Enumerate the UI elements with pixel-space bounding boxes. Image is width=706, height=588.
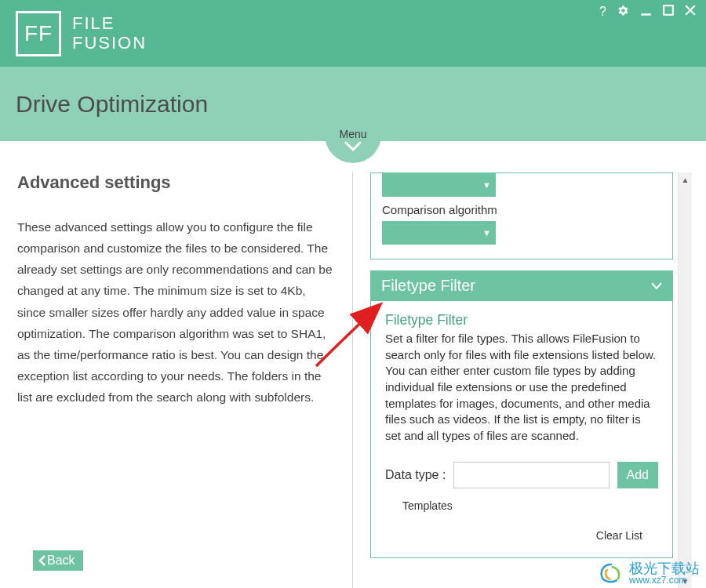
app-logo-text: FILE FUSION bbox=[72, 14, 147, 52]
filetype-filter-header-label: Filetype Filter bbox=[381, 277, 475, 295]
chevron-down-icon bbox=[344, 140, 362, 153]
watermark-text: 极光下载站 www.xz7.com bbox=[629, 561, 700, 585]
datatype-label: Data type : bbox=[385, 468, 446, 482]
back-button[interactable]: Back bbox=[33, 550, 83, 571]
filetype-filter-title: Filetype Filter bbox=[385, 312, 658, 328]
scroll-up-icon[interactable]: ▲ bbox=[679, 172, 692, 187]
advanced-settings-title: Advanced settings bbox=[17, 172, 335, 193]
window-controls: ? bbox=[597, 5, 698, 20]
comparison-dropdown-1[interactable]: ▼ bbox=[382, 173, 496, 197]
chevron-down-icon: ▼ bbox=[482, 180, 491, 190]
filetype-filter-body: Filetype Filter Set a filter for file ty… bbox=[370, 301, 673, 558]
minimize-icon[interactable] bbox=[638, 5, 654, 20]
comparison-dropdown-2[interactable]: ▼ bbox=[382, 221, 496, 245]
left-panel: Advanced settings These advanced setting… bbox=[0, 172, 353, 588]
comparison-algorithm-label: Comparison algorithm bbox=[382, 203, 661, 216]
app-logo-box: FF bbox=[16, 11, 61, 56]
page-title: Drive Optimization bbox=[16, 91, 208, 118]
templates-button[interactable]: Templates bbox=[402, 499, 658, 512]
scrollbar[interactable]: ▲ ▼ bbox=[678, 172, 692, 588]
title-bar: FF FILE FUSION ? bbox=[0, 0, 706, 67]
help-icon[interactable]: ? bbox=[597, 5, 609, 20]
menu-tab-label: Menu bbox=[339, 128, 366, 140]
svg-rect-1 bbox=[664, 5, 673, 15]
chevron-left-icon bbox=[38, 554, 47, 567]
app-logo-line1: FILE bbox=[72, 14, 147, 33]
clear-list-button[interactable]: Clear List bbox=[385, 529, 642, 542]
datatype-input[interactable] bbox=[453, 462, 609, 488]
app-logo-short: FF bbox=[24, 21, 53, 46]
right-panel: ▼ Comparison algorithm ▼ Filetype Filter… bbox=[353, 172, 706, 588]
app-logo-line2: FUSION bbox=[72, 34, 147, 53]
gear-icon[interactable] bbox=[615, 5, 631, 20]
close-icon[interactable] bbox=[682, 5, 698, 20]
right-inner: ▼ Comparison algorithm ▼ Filetype Filter… bbox=[370, 172, 673, 588]
sub-header: Drive Optimization Menu bbox=[0, 67, 706, 141]
filetype-filter-header[interactable]: Filetype Filter bbox=[370, 270, 673, 301]
advanced-settings-desc: These advanced settings allow you to con… bbox=[17, 216, 335, 408]
watermark-url: www.xz7.com bbox=[629, 575, 700, 585]
back-button-label: Back bbox=[47, 554, 75, 568]
chevron-down-icon bbox=[651, 282, 662, 290]
chevron-down-icon: ▼ bbox=[482, 228, 491, 238]
filetype-filter-desc: Set a filter for file types. This allows… bbox=[385, 331, 658, 445]
content-area: Advanced settings These advanced setting… bbox=[0, 141, 706, 588]
datatype-row: Data type : Add bbox=[385, 462, 658, 488]
watermark: 极光下载站 www.xz7.com bbox=[598, 561, 700, 585]
watermark-cn: 极光下载站 bbox=[629, 561, 700, 575]
svg-rect-0 bbox=[641, 13, 651, 16]
add-button[interactable]: Add bbox=[617, 462, 658, 488]
maximize-icon[interactable] bbox=[661, 5, 676, 20]
comparison-section: ▼ Comparison algorithm ▼ bbox=[370, 172, 673, 260]
watermark-logo-icon bbox=[598, 561, 624, 585]
